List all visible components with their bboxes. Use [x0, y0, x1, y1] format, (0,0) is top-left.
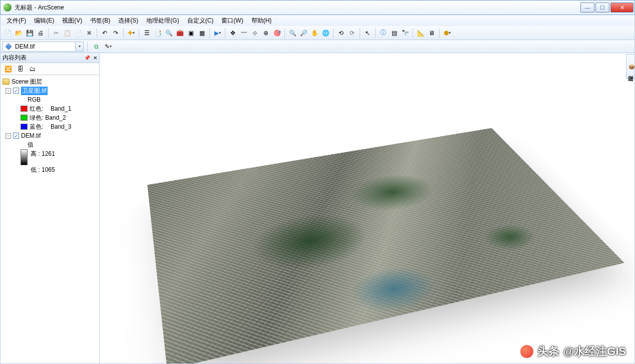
layer-checkbox[interactable]: ✓ — [13, 88, 19, 94]
new-button[interactable]: 📄 — [3, 28, 13, 38]
save-button[interactable]: 💾 — [25, 28, 35, 38]
red-label: 红色: — [30, 105, 43, 113]
pan-button[interactable]: ✋ — [309, 28, 320, 38]
fly-button[interactable]: 〰 — [239, 28, 249, 38]
blue-band: Band_3 — [51, 123, 71, 130]
menu-customize[interactable]: 自定义(C) — [184, 16, 217, 26]
center-button[interactable]: ⊹ — [250, 28, 260, 38]
combo-dropdown-icon[interactable]: ▾ — [75, 42, 83, 51]
red-band: Band_1 — [51, 105, 71, 112]
dem-high: 高 : 1261 — [31, 150, 55, 158]
3d-button[interactable]: ⬢▾ — [442, 28, 452, 38]
toc-button[interactable]: ☰ — [142, 28, 152, 38]
dem-val-label: 值 — [28, 141, 34, 149]
zoom-out-button[interactable]: 🔎 — [298, 28, 308, 38]
open-button[interactable]: 📂 — [14, 28, 24, 38]
layer-combo[interactable]: DEM.tif ▾ — [3, 42, 84, 52]
collapse-icon[interactable]: − — [6, 88, 11, 94]
pin-icon[interactable]: 📌 — [84, 55, 90, 61]
green-swatch — [21, 115, 28, 121]
scene-root[interactable]: Scene 图层 — [3, 77, 99, 86]
layer-combo-value: DEM.tif — [15, 43, 35, 50]
paste-button[interactable]: 📄 — [73, 28, 83, 38]
search-tool-button[interactable]: 🔍 — [164, 28, 174, 38]
menu-bar: 文件(F) 编辑(E) 视图(V) 书签(B) 选择(S) 地理处理(G) 自定… — [0, 15, 635, 26]
minimize-button[interactable]: — — [580, 3, 594, 13]
scene-viewport[interactable] — [100, 53, 634, 363]
menu-edit[interactable]: 编辑(E) — [31, 16, 57, 26]
green-band: Band_2 — [45, 114, 66, 121]
tool1-button[interactable]: ✎▾ — [103, 42, 113, 52]
full-extent-button[interactable]: 🌐 — [321, 28, 331, 38]
create-panel-tab[interactable]: 📦 创建 — [626, 54, 635, 79]
add-data-button[interactable]: ✚▾ — [126, 28, 136, 38]
identify-button[interactable]: ⓘ — [378, 28, 388, 38]
red-swatch — [21, 106, 28, 112]
catalog-button[interactable]: 📑 — [153, 28, 163, 38]
toc-title: 内容列表 — [3, 54, 27, 62]
layer-sat[interactable]: − ✓ 卫星图.tif — [3, 86, 99, 95]
green-label: 绿色: — [30, 114, 43, 122]
watermark-prefix: 头条 — [537, 344, 559, 359]
title-bar: 无标题 - ArcScene — ☐ ✕ — [0, 0, 635, 15]
layer-toolbar: DEM.tif ▾ ⧉ ✎▾ — [0, 40, 635, 53]
viewer-button[interactable]: 🖥 — [427, 28, 437, 38]
redo-button[interactable]: ↷ — [111, 28, 121, 38]
folder-icon — [3, 79, 10, 85]
source-button[interactable]: ⧉ — [91, 42, 101, 52]
watermark-icon — [520, 345, 533, 358]
cut-button[interactable]: ✂ — [51, 28, 61, 38]
toc-toolbar: 🔀 🗄 🗂 — [1, 63, 99, 75]
collapse-icon-2[interactable]: − — [6, 133, 11, 139]
toc-header: 内容列表 📌 ✕ — [1, 53, 99, 63]
layer-sat-label: 卫星图.tif — [21, 87, 48, 95]
rgb-label-row: RGB — [3, 95, 99, 104]
menu-window[interactable]: 窗口(W) — [218, 16, 246, 26]
window-title: 无标题 - ArcScene — [15, 4, 580, 12]
root-label: Scene 图层 — [12, 78, 42, 86]
model-button[interactable]: ▦ — [197, 28, 207, 38]
rotate-button[interactable]: ⟲ — [336, 28, 346, 38]
animation-button[interactable]: ▶▾ — [212, 28, 222, 38]
layer-icon — [5, 43, 12, 50]
zoom-in-button[interactable]: 🔍 — [287, 28, 297, 38]
band-red-row: 红色: Band_1 — [3, 104, 99, 113]
list-by-drawing-button[interactable]: 🔀 — [3, 64, 14, 74]
menu-bookmarks[interactable]: 书签(B) — [87, 16, 113, 26]
dem-label: DEM.tif — [21, 132, 41, 139]
maximize-button[interactable]: ☐ — [595, 3, 609, 13]
toc-panel: 内容列表 📌 ✕ 🔀 🗄 🗂 Scene 图层 − ✓ 卫星图.tif RGB — [1, 53, 100, 363]
measure-button[interactable]: 📐 — [416, 28, 426, 38]
find-button[interactable]: 🔭 — [400, 28, 410, 38]
menu-geoprocessing[interactable]: 地理处理(G) — [143, 16, 182, 26]
navigate-button[interactable]: ✥ — [228, 28, 238, 38]
attributes-button[interactable]: ▤ — [389, 28, 399, 38]
toc-close-icon[interactable]: ✕ — [93, 55, 97, 61]
watermark: 头条 @水经注GIS — [520, 344, 626, 359]
target-button[interactable]: ⊕ — [261, 28, 271, 38]
zoom-target-button[interactable]: 🎯 — [272, 28, 282, 38]
menu-help[interactable]: 帮助(H) — [248, 16, 275, 26]
dem-high-row: 高 : 1261 — [31, 149, 55, 158]
select-button[interactable]: ↖ — [363, 28, 373, 38]
menu-view[interactable]: 视图(V) — [59, 16, 85, 26]
band-blue-row: 蓝色: Band_3 — [3, 122, 99, 131]
layer-dem[interactable]: − ✓ DEM.tif — [3, 131, 99, 140]
menu-selection[interactable]: 选择(S) — [115, 16, 141, 26]
close-button[interactable]: ✕ — [610, 3, 633, 13]
python-button[interactable]: ▣ — [186, 28, 196, 38]
menu-file[interactable]: 文件(F) — [4, 16, 29, 26]
main-toolbar: 📄 📂 💾 🖨 ✂ 📋 📄 ✖ ↶ ↷ ✚▾ ☰ 📑 🔍 🧰 ▣ ▦ ▶▾ ✥ … — [0, 26, 635, 40]
dem-checkbox[interactable]: ✓ — [13, 133, 19, 139]
delete-button[interactable]: ✖ — [84, 28, 94, 38]
rotate2-button[interactable]: ⟳ — [347, 28, 357, 38]
list-by-source-button[interactable]: 🗄 — [16, 64, 26, 74]
print-button[interactable]: 🖨 — [36, 28, 46, 38]
terrain-surface — [147, 128, 624, 363]
toc-tree: Scene 图层 − ✓ 卫星图.tif RGB 红色: Band_1 绿色: … — [1, 75, 99, 363]
copy-button[interactable]: 📋 — [62, 28, 72, 38]
list-by-selection-button[interactable]: 🗂 — [28, 64, 38, 74]
undo-button[interactable]: ↶ — [100, 28, 110, 38]
gradient-swatch — [21, 149, 28, 165]
toolbox-button[interactable]: 🧰 — [175, 28, 185, 38]
